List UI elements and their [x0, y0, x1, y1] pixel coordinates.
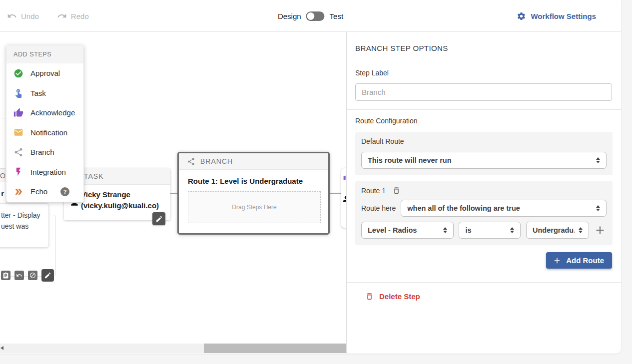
- step-action-toolbar: [1, 269, 54, 282]
- trash-icon: [365, 292, 374, 301]
- delete-step-label: Delete Step: [379, 292, 420, 301]
- clipped-card-edge: [0, 118, 6, 118]
- condition-value-select[interactable]: Undergradu...: [526, 222, 589, 239]
- assignee-name: Vicky Strange: [81, 189, 159, 200]
- add-route-label: Add Route: [566, 256, 604, 265]
- add-step-label: Notification: [30, 128, 67, 137]
- undo-label: Undo: [21, 12, 39, 20]
- default-route-label: Default Route: [361, 137, 607, 145]
- add-step-echo[interactable]: Echo ?: [6, 182, 83, 202]
- redo-button[interactable]: Redo: [57, 11, 89, 21]
- workflow-builder-app: Undo Redo Design Test Workflow Settings: [0, 0, 632, 364]
- add-step-acknowledge[interactable]: Acknowledge: [6, 103, 83, 123]
- task-card-title: TASK: [84, 172, 104, 180]
- condition-operator-select[interactable]: is: [459, 222, 521, 239]
- add-steps-panel: ADD STEPS Approval Task Acknowledge: [6, 45, 84, 202]
- scrollbar-thumb[interactable]: [204, 344, 346, 353]
- add-step-integration[interactable]: Integration: [6, 162, 83, 182]
- add-step-task[interactable]: Task: [6, 83, 83, 103]
- route-configuration-label: Route Configuration: [355, 117, 612, 125]
- clipped-text-line: tter - Display: [1, 210, 48, 221]
- route1-label: Route 1: [361, 187, 386, 195]
- add-step-label: Echo: [30, 187, 47, 196]
- branch-card-title: BRANCH: [200, 157, 233, 165]
- workflow-settings-button[interactable]: Workflow Settings: [517, 0, 596, 32]
- branch-card-header: BRANCH: [179, 153, 328, 170]
- condition-mode-select[interactable]: when all of the following are true: [401, 200, 607, 217]
- route-title: Route 1: Level is Undergraduate: [188, 177, 321, 185]
- default-route-section: Default Route This route will never run: [355, 132, 613, 175]
- add-step-label: Approval: [30, 69, 60, 77]
- pencil-icon: [155, 215, 163, 223]
- add-route-button[interactable]: Add Route: [546, 252, 612, 269]
- step-label-label: Step Label: [355, 69, 612, 77]
- lightning-icon: [13, 167, 23, 177]
- default-route-value: This route will never run: [368, 156, 592, 164]
- condition-field-select[interactable]: Level - Radios: [361, 222, 454, 239]
- envelope-icon: [13, 127, 23, 137]
- copy-step-button[interactable]: [1, 271, 10, 280]
- horizontal-scrollbar[interactable]: [0, 344, 346, 353]
- echo-help-icon[interactable]: ?: [60, 187, 69, 196]
- add-step-branch[interactable]: Branch: [6, 142, 83, 162]
- route-here-label: Route here: [361, 204, 396, 212]
- plus-icon: [553, 256, 562, 265]
- drag-steps-dropzone[interactable]: Drag Steps Here: [188, 191, 321, 223]
- gear-icon: [517, 11, 526, 21]
- step-label-input[interactable]: [355, 83, 612, 101]
- workflow-canvas[interactable]: O r tter - Display uest was: [0, 32, 347, 354]
- panel-title: BRANCH STEP OPTIONS: [355, 44, 612, 52]
- branch-step-card[interactable]: BRANCH Route 1: Level is Undergraduate D…: [177, 152, 330, 235]
- assignee-email: (vicky.kulig@kuali.co): [81, 200, 159, 211]
- clipped-acknowledge-card[interactable]: [341, 168, 347, 228]
- scroll-left-arrow-icon[interactable]: [0, 346, 3, 350]
- share-icon: [187, 157, 195, 166]
- add-step-approval[interactable]: Approval: [6, 63, 83, 83]
- condition-field-value: Level - Radios: [368, 226, 439, 234]
- undo-arrow-icon: [16, 272, 22, 279]
- select-arrows-icon: [579, 227, 583, 233]
- select-arrows-icon: [510, 227, 514, 233]
- branch-step-options-panel: BRANCH STEP OPTIONS Step Label Route Con…: [347, 32, 621, 354]
- edit-task-button[interactable]: [152, 212, 165, 225]
- clipboard-icon: [2, 272, 9, 279]
- undo-icon: [7, 11, 17, 21]
- select-arrows-icon: [596, 157, 600, 163]
- clipped-card-text: r: [0, 182, 6, 198]
- revert-step-button[interactable]: [14, 271, 24, 280]
- clipped-step-card-text[interactable]: tter - Display uest was: [0, 203, 49, 248]
- redo-icon: [57, 11, 67, 21]
- thumb-up-icon: [13, 108, 23, 118]
- design-test-toggle[interactable]: [306, 11, 325, 21]
- dropzone-label: Drag Steps Here: [232, 204, 276, 211]
- disable-step-button[interactable]: [28, 271, 37, 280]
- add-step-label: Task: [30, 89, 46, 97]
- main-window: Undo Redo Design Test Workflow Settings: [0, 0, 621, 354]
- plus-icon: [594, 224, 607, 237]
- clipped-card-header: O: [0, 169, 6, 182]
- clipped-text-line: uest was: [1, 221, 48, 232]
- person-icon: [342, 195, 347, 203]
- add-condition-button[interactable]: [594, 224, 607, 237]
- top-toolbar: Undo Redo Design Test Workflow Settings: [0, 0, 621, 32]
- condition-value-value: Undergradu...: [533, 226, 575, 234]
- workflow-settings-label: Workflow Settings: [531, 12, 596, 20]
- add-steps-title: ADD STEPS: [6, 45, 83, 63]
- add-step-label: Integration: [30, 168, 66, 176]
- condition-operator-value: is: [465, 226, 506, 234]
- section-divider: [347, 282, 621, 283]
- add-step-label: Branch: [30, 148, 54, 156]
- undo-button[interactable]: Undo: [7, 11, 39, 21]
- add-step-label: Acknowledge: [30, 108, 75, 117]
- select-arrows-icon: [443, 227, 447, 233]
- edit-step-button[interactable]: [41, 269, 54, 282]
- share-icon: [13, 147, 23, 157]
- redo-label: Redo: [71, 12, 89, 20]
- delete-step-button[interactable]: Delete Step: [355, 292, 612, 301]
- trash-icon[interactable]: [392, 186, 401, 195]
- double-chevron-icon: [13, 187, 23, 197]
- add-step-notification[interactable]: Notification: [6, 123, 83, 143]
- default-route-select[interactable]: This route will never run: [361, 152, 607, 169]
- check-circle-icon: [13, 68, 23, 78]
- condition-mode-value: when all of the following are true: [407, 204, 592, 212]
